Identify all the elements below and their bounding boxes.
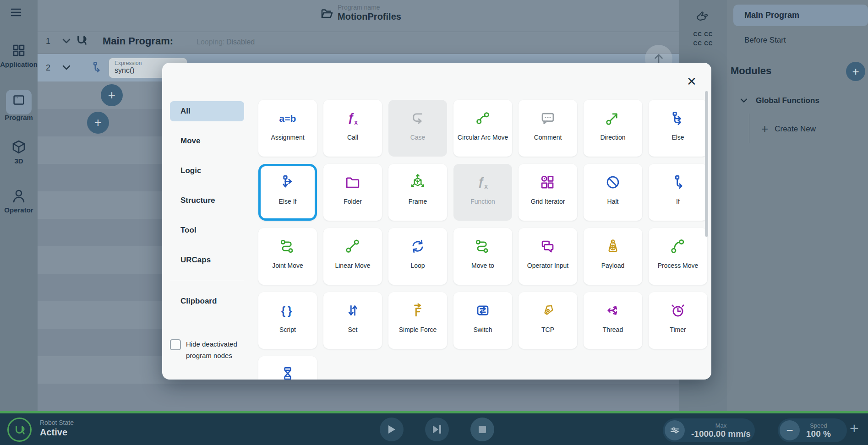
close-button[interactable]: ✕: [684, 74, 699, 89]
node-tile-folder[interactable]: Folder: [323, 164, 382, 221]
category-structure[interactable]: Structure: [170, 190, 244, 211]
right-panel: Main Program Before Start Modules + Glob…: [727, 0, 868, 411]
cc-badge-line2: CC CC: [679, 40, 727, 47]
ur-logo[interactable]: [7, 418, 32, 442]
node-tile-label: Assignment: [261, 134, 315, 141]
set-icon: [323, 300, 382, 321]
program-name-label: Program name: [338, 4, 380, 11]
node-tile-joint-move[interactable]: Joint Move: [258, 228, 317, 285]
node-tile-call[interactable]: ƒxCall: [323, 100, 382, 157]
row1-collapse-chevron[interactable]: [61, 38, 71, 47]
folder-icon: [323, 172, 382, 193]
node-tile-label: Thread: [586, 326, 640, 334]
node-tile-label: Payload: [586, 262, 640, 270]
add-module-button[interactable]: +: [846, 62, 865, 81]
function-icon: ƒx: [453, 172, 512, 193]
main-program-title: Main Program:: [103, 35, 173, 47]
sync-node-icon: [90, 61, 103, 76]
sliders-icon: [669, 425, 680, 436]
add-node-button-1[interactable]: +: [101, 84, 123, 106]
application-grid-icon: [11, 42, 27, 59]
category-all[interactable]: All: [170, 101, 244, 121]
looping-value: Disabled: [226, 38, 255, 46]
node-tile-label: Switch: [456, 326, 510, 334]
max-label: Max: [691, 422, 751, 429]
add-node-button-2[interactable]: +: [87, 112, 109, 134]
category-urcaps[interactable]: URCaps: [170, 250, 244, 270]
hand-gesture-icon[interactable]: [693, 7, 713, 28]
node-tile-label: Move to: [456, 262, 510, 270]
play-button[interactable]: [380, 418, 404, 441]
process-move-icon: [649, 236, 707, 257]
category-clipboard[interactable]: Clipboard: [170, 291, 244, 311]
sidebar-item-application[interactable]: Application: [0, 42, 38, 68]
node-tile-else[interactable]: Else: [649, 100, 707, 157]
node-tile-thread[interactable]: Thread: [584, 292, 642, 349]
speed-label: Speed: [806, 422, 831, 429]
node-tile-linear-move[interactable]: Linear Move: [323, 228, 382, 285]
sidebar-label-program: Program: [0, 114, 38, 121]
right-panel-main-program-button[interactable]: Main Program: [733, 5, 868, 26]
node-tile-wait[interactable]: [258, 356, 317, 380]
node-tile-label: Loop: [391, 262, 445, 270]
operator-person-icon: [11, 188, 27, 204]
hide-deactivated-row[interactable]: Hide deactivated program nodes: [170, 338, 255, 361]
node-tile-assignment[interactable]: a=bAssignment: [258, 100, 317, 157]
node-tile-frame[interactable]: Frame: [388, 164, 447, 221]
node-tile-label: Circular Arc Move: [456, 134, 510, 141]
node-tile-process-move[interactable]: Process Move: [649, 228, 707, 285]
stop-button[interactable]: [470, 418, 494, 441]
modal-scrollbar-thumb[interactable]: [705, 91, 708, 237]
node-tile-circular-arc-move[interactable]: Circular Arc Move: [453, 100, 512, 157]
node-tile-set[interactable]: Set: [323, 292, 382, 349]
create-new-button[interactable]: + Create New: [761, 122, 816, 136]
max-speed-pill[interactable]: Max -1000.00 mm/s: [663, 418, 755, 442]
hide-deactivated-label: Hide deactivated program nodes: [186, 338, 255, 361]
speed-settings-button[interactable]: [665, 420, 685, 440]
node-tile-tcp[interactable]: TCP: [519, 292, 577, 349]
node-tile-simple-force[interactable]: Simple Force: [388, 292, 447, 349]
node-tile-operator-input[interactable]: Operator Input: [519, 228, 577, 285]
row2-index: 2: [46, 63, 50, 73]
node-tile-payload[interactable]: Payload: [584, 228, 642, 285]
node-tile-loop[interactable]: Loop: [388, 228, 447, 285]
node-tile-switch[interactable]: Switch: [453, 292, 512, 349]
node-tile-else-if[interactable]: Else If: [258, 164, 317, 221]
node-tile-direction[interactable]: Direction: [584, 100, 642, 157]
speed-increase-button[interactable]: +: [845, 416, 863, 440]
node-tile-script[interactable]: {}Script: [258, 292, 317, 349]
sidebar-item-program[interactable]: Program: [0, 92, 38, 121]
node-tile-label: TCP: [521, 326, 575, 334]
right-panel-before-start[interactable]: Before Start: [744, 36, 786, 45]
row1-index: 1: [46, 37, 50, 46]
node-tile-if[interactable]: If: [649, 164, 707, 221]
category-logic[interactable]: Logic: [170, 161, 244, 181]
hide-deactivated-checkbox[interactable]: [170, 339, 181, 350]
create-new-label: Create New: [775, 125, 816, 134]
hamburger-menu-button[interactable]: [9, 5, 23, 21]
global-functions-row[interactable]: Global Functions: [739, 96, 819, 105]
speed-pill: − Speed 100 %: [778, 418, 847, 442]
switch-icon: [453, 300, 512, 321]
node-tile-comment[interactable]: Comment: [519, 100, 577, 157]
tcp-icon: [519, 300, 577, 321]
node-tile-grid-iterator[interactable]: Grid Iterator: [519, 164, 577, 221]
before-start-label: Before Start: [744, 36, 786, 44]
node-tile-halt[interactable]: Halt: [584, 164, 642, 221]
category-tool[interactable]: Tool: [170, 220, 244, 240]
sidebar-item-3d[interactable]: 3D: [0, 139, 38, 165]
node-tile-timer[interactable]: Timer: [649, 292, 707, 349]
row2-collapse-chevron[interactable]: [61, 64, 71, 73]
speed-decrease-button[interactable]: −: [780, 420, 800, 440]
close-icon: ✕: [687, 75, 697, 88]
sidebar-item-operator[interactable]: Operator: [0, 188, 38, 214]
node-tile-label: Process Move: [651, 262, 705, 270]
node-tile-label: Script: [261, 326, 315, 334]
move-to-icon: [453, 236, 512, 257]
node-tile-move-to[interactable]: Move to: [453, 228, 512, 285]
category-move[interactable]: Move: [170, 131, 244, 151]
max-value: -1000.00 mm/s: [691, 429, 751, 439]
sidebar-label-operator: Operator: [0, 206, 38, 214]
program-window-icon: [11, 92, 27, 108]
skip-to-end-button[interactable]: [425, 418, 449, 441]
